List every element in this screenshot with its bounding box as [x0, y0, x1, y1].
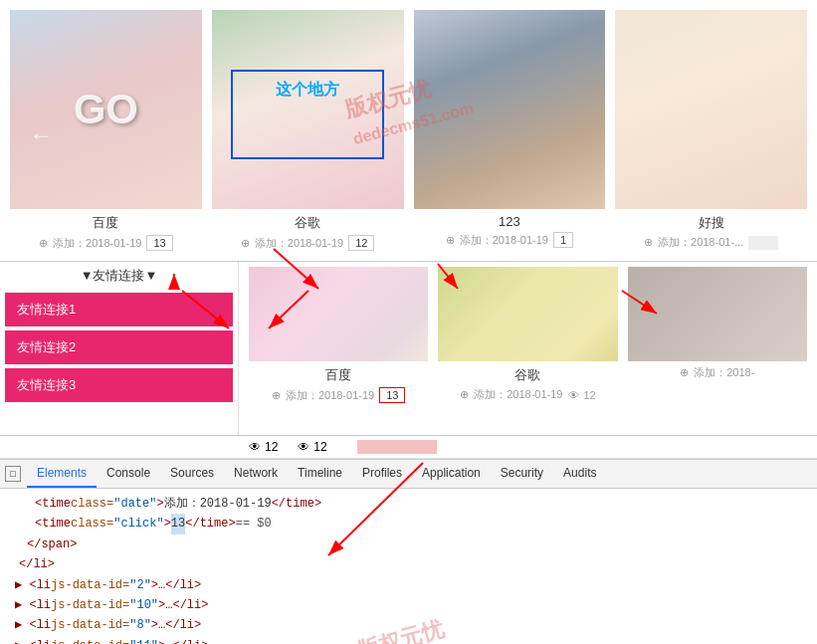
code-line-5: ▶ <li js-data-id="2">…</li> — [15, 575, 802, 595]
devtools-tabs: □ Elements Console Sources Network Timel… — [0, 460, 817, 489]
tab-elements[interactable]: Elements — [27, 460, 97, 488]
card-title-google: 谷歌 — [212, 214, 404, 232]
count-r2: 12 — [313, 440, 326, 454]
card-image-haosou — [615, 10, 807, 209]
card-title-haosou: 好搜 — [615, 214, 807, 232]
extra-count-row: 👁 12 👁 12 — [0, 436, 817, 459]
add-date-baidu: 添加：2018-01-19 — [53, 236, 141, 251]
add-icon-baidu: ⊕ — [39, 237, 48, 250]
bottom-section: ▼友情连接▼ 友情连接1 友情连接2 友情连接3 百度 ⊕ 添加：2018-01… — [0, 262, 817, 436]
add-date-n: 添加：2018- — [694, 365, 754, 380]
add-date-google: 添加：2018-01-19 — [255, 236, 343, 251]
pink-bar — [357, 440, 437, 454]
tab-application[interactable]: Application — [412, 460, 491, 488]
bottom-card-meta-baidu: ⊕ 添加：2018-01-19 13 — [249, 387, 428, 403]
bottom-card-img-next — [628, 267, 807, 361]
code-line-1: <time class="date">添加：2018-01-19</time> — [15, 494, 802, 514]
count-badge-123: 1 — [553, 232, 573, 248]
card-meta-123: ⊕ 添加：2018-01-19 1 — [414, 232, 606, 248]
card-meta-haosou: ⊕ 添加：2018-01-... — [615, 235, 807, 250]
bottom-card-meta-next: ⊕ 添加：2018- — [628, 365, 807, 380]
count-badge-google: 12 — [348, 235, 374, 251]
card-haosou[interactable]: 好搜 ⊕ 添加：2018-01-... — [615, 10, 807, 251]
code-line-3: </span> — [15, 535, 802, 554]
sidebar-link-3[interactable]: 友情连接3 — [5, 368, 233, 402]
eye-icon-r2: 👁 — [298, 440, 309, 454]
bottom-card-next[interactable]: ⊕ 添加：2018- — [623, 267, 812, 430]
add-date-g2: 添加：2018-01-19 — [474, 387, 562, 402]
sidebar: ▼友情连接▼ 友情连接1 友情连接2 友情连接3 — [0, 262, 239, 435]
card-image-google: 这个地方 — [212, 10, 404, 209]
go-overlay: GO — [74, 86, 138, 133]
card-meta-baidu: ⊕ 添加：2018-01-19 13 — [10, 235, 202, 251]
tab-audits[interactable]: Audits — [553, 460, 606, 488]
tab-security[interactable]: Security — [491, 460, 553, 488]
devtools-toggle[interactable]: □ — [5, 466, 21, 482]
card-image-baidu: GO ← — [10, 10, 202, 209]
code-line-2: <time class="click">13</time> == $0 — [15, 514, 802, 534]
add-icon-123: ⊕ — [446, 234, 455, 247]
bottom-cards: 百度 ⊕ 添加：2018-01-19 13 谷歌 ⊕ 添加：2018-01-19… — [239, 262, 817, 435]
bottom-card-img-google — [438, 267, 617, 361]
eye-icon-g2: 👁 — [568, 389, 579, 401]
haosou-bar — [748, 236, 778, 250]
tab-sources[interactable]: Sources — [160, 460, 224, 488]
card-123[interactable]: 123 ⊕ 添加：2018-01-19 1 — [414, 10, 606, 251]
sidebar-link-2[interactable]: 友情连接2 — [5, 330, 233, 364]
overlay-text-google: 这个地方 — [276, 80, 339, 101]
bottom-card-title-baidu: 百度 — [249, 366, 428, 384]
card-image-123 — [414, 10, 606, 209]
add-date-b: 添加：2018-01-19 — [286, 388, 374, 403]
tab-profiles[interactable]: Profiles — [352, 460, 412, 488]
count-row-1: 👁 12 — [249, 440, 278, 454]
count-row-2: 👁 12 — [298, 440, 326, 454]
bottom-card-meta-google: ⊕ 添加：2018-01-19 👁 12 — [438, 387, 617, 402]
tab-timeline[interactable]: Timeline — [288, 460, 352, 488]
devtools-panel: □ Elements Console Sources Network Timel… — [0, 459, 817, 618]
add-icon-g2: ⊕ — [460, 388, 469, 401]
code-line-6: ▶ <li js-data-id="10">…</li> — [15, 595, 802, 615]
code-line-4: </li> — [15, 554, 802, 574]
top-cards-section: GO ← 百度 ⊕ 添加：2018-01-19 13 这个地方 谷歌 ⊕ 添加：… — [0, 0, 817, 262]
bottom-card-title-google: 谷歌 — [438, 366, 617, 384]
code-line-7: ▶ <li js-data-id="8">…</li> — [15, 615, 802, 635]
count-badge-baidu2: 13 — [379, 387, 405, 403]
add-icon-b: ⊕ — [272, 389, 281, 402]
add-date-haosou: 添加：2018-01-... — [658, 235, 743, 250]
add-icon-haosou: ⊕ — [644, 236, 653, 249]
eye-icon-r1: 👁 — [249, 440, 261, 454]
add-date-123: 添加：2018-01-19 — [460, 233, 548, 248]
card-google[interactable]: 这个地方 谷歌 ⊕ 添加：2018-01-19 12 — [212, 10, 404, 251]
card-title-123: 123 — [414, 214, 606, 229]
tab-network[interactable]: Network — [224, 460, 288, 488]
tab-console[interactable]: Console — [97, 460, 160, 488]
code-line-8: ▶ <li js-data-id="11">…</li> — [15, 636, 802, 644]
bottom-card-img-baidu — [249, 267, 428, 361]
add-icon-n: ⊕ — [680, 366, 689, 379]
highlighted-count: 13 — [171, 514, 185, 534]
sidebar-link-1[interactable]: 友情连接1 — [5, 293, 233, 326]
sidebar-title: ▼友情连接▼ — [5, 267, 233, 285]
count-g2: 12 — [584, 389, 596, 401]
bottom-card-google[interactable]: 谷歌 ⊕ 添加：2018-01-19 👁 12 — [433, 267, 622, 430]
add-icon-google: ⊕ — [241, 237, 250, 250]
count-badge-baidu: 13 — [146, 235, 172, 251]
count-r1: 12 — [265, 440, 278, 454]
bottom-card-baidu[interactable]: 百度 ⊕ 添加：2018-01-19 13 — [244, 267, 433, 430]
devtools-content: <time class="date">添加：2018-01-19</time> … — [0, 489, 817, 644]
card-meta-google: ⊕ 添加：2018-01-19 12 — [212, 235, 404, 251]
card-title-baidu: 百度 — [10, 214, 202, 232]
page-wrapper: GO ← 百度 ⊕ 添加：2018-01-19 13 这个地方 谷歌 ⊕ 添加：… — [0, 0, 817, 644]
card-baidu[interactable]: GO ← 百度 ⊕ 添加：2018-01-19 13 — [10, 10, 202, 251]
